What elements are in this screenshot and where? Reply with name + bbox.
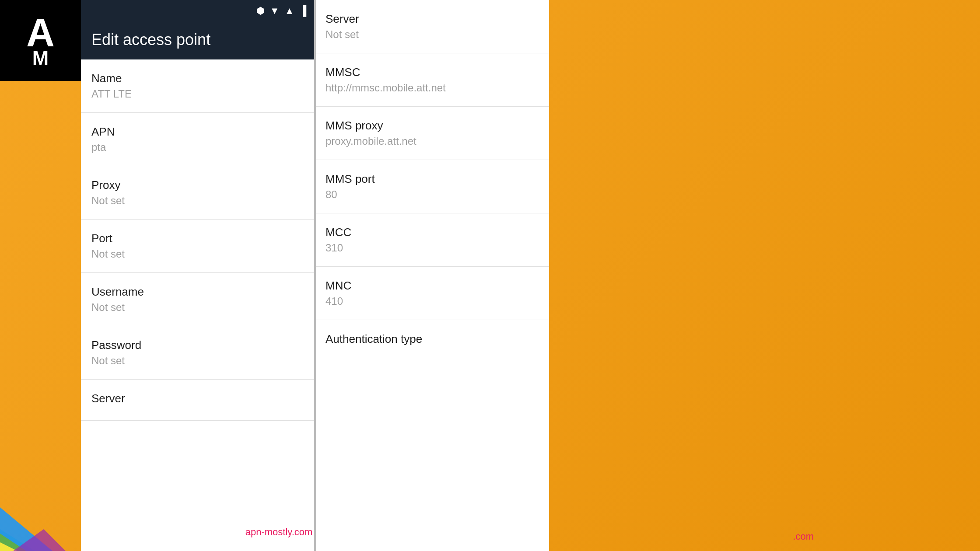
signal-icon: ▲	[285, 5, 294, 17]
setting-mmsc-value: http://mmsc.mobile.att.net	[326, 82, 539, 94]
setting-server-left[interactable]: Server	[81, 380, 315, 421]
right-phone-panel: Server Not set MMSC http://mmsc.mobile.a…	[315, 0, 549, 551]
setting-username-label: Username	[91, 285, 304, 299]
setting-mms-proxy[interactable]: MMS proxy proxy.mobile.att.net	[315, 107, 549, 160]
setting-proxy-value: Not set	[91, 195, 304, 207]
setting-apn-value: pta	[91, 141, 304, 153]
setting-password-label: Password	[91, 338, 304, 352]
left-phone-panel: ⬢ ▼ ▲ ▐ Edit access point Name ATT LTE A…	[81, 0, 315, 551]
setting-apn-label: APN	[91, 125, 304, 139]
setting-auth-type-label: Authentication type	[326, 332, 539, 346]
page-title: Edit access point	[91, 31, 304, 49]
setting-mcc-label: MCC	[326, 226, 539, 239]
page-header: Edit access point	[81, 22, 315, 59]
battery-icon: ▐	[299, 5, 306, 17]
setting-name[interactable]: Name ATT LTE	[81, 59, 315, 113]
setting-password[interactable]: Password Not set	[81, 326, 315, 380]
corner-decoration	[0, 464, 81, 551]
setting-server-right-label: Server	[326, 12, 539, 26]
logo: A M	[0, 0, 81, 81]
panel-divider	[314, 0, 316, 551]
setting-mms-port-label: MMS port	[326, 172, 539, 186]
setting-port-value: Not set	[91, 248, 304, 260]
setting-mmsc-label: MMSC	[326, 66, 539, 79]
setting-server-right-value: Not set	[326, 28, 539, 41]
setting-apn[interactable]: APN pta	[81, 113, 315, 166]
setting-proxy[interactable]: Proxy Not set	[81, 166, 315, 220]
setting-mcc-value: 310	[326, 242, 539, 254]
setting-mnc-value: 410	[326, 295, 539, 307]
setting-auth-type[interactable]: Authentication type	[315, 320, 549, 361]
wifi-icon: ▼	[270, 5, 280, 17]
setting-server-right[interactable]: Server Not set	[315, 0, 549, 53]
right-settings-list: Server Not set MMSC http://mmsc.mobile.a…	[315, 0, 549, 551]
status-bar: ⬢ ▼ ▲ ▐	[81, 0, 315, 22]
setting-mms-proxy-value: proxy.mobile.att.net	[326, 135, 539, 147]
setting-password-value: Not set	[91, 355, 304, 367]
setting-port-label: Port	[91, 232, 304, 245]
setting-port[interactable]: Port Not set	[81, 220, 315, 273]
watermark-right: .com	[793, 531, 814, 542]
bluetooth-icon: ⬢	[256, 5, 265, 17]
setting-server-left-label: Server	[91, 392, 304, 405]
setting-name-label: Name	[91, 72, 304, 85]
setting-username[interactable]: Username Not set	[81, 273, 315, 326]
setting-mnc-label: MNC	[326, 279, 539, 293]
logo-letter-m: M	[32, 48, 49, 68]
left-settings-list: Name ATT LTE APN pta Proxy Not set Port …	[81, 59, 315, 551]
setting-mms-port-value: 80	[326, 188, 539, 201]
setting-mcc[interactable]: MCC 310	[315, 213, 549, 267]
setting-mmsc[interactable]: MMSC http://mmsc.mobile.att.net	[315, 53, 549, 107]
setting-mms-proxy-label: MMS proxy	[326, 119, 539, 133]
setting-username-value: Not set	[91, 301, 304, 314]
setting-name-value: ATT LTE	[91, 88, 304, 100]
setting-mms-port[interactable]: MMS port 80	[315, 160, 549, 213]
setting-mnc[interactable]: MNC 410	[315, 267, 549, 320]
setting-proxy-label: Proxy	[91, 178, 304, 192]
